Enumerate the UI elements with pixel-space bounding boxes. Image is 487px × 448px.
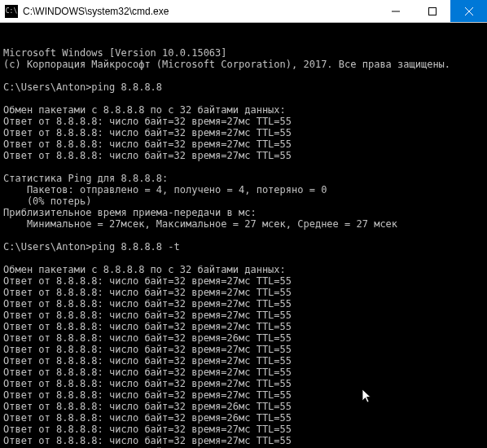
terminal-line: Ответ от 8.8.8.8: число байт=32 время=26… xyxy=(3,332,484,344)
window-title: C:\WINDOWS\system32\cmd.exe xyxy=(23,6,377,17)
terminal-line: Ответ от 8.8.8.8: число байт=32 время=27… xyxy=(3,344,484,355)
terminal-line: C:\Users\Anton>ping 8.8.8.8 xyxy=(3,81,484,93)
svg-rect-1 xyxy=(428,7,436,15)
terminal-line: Ответ от 8.8.8.8: число байт=32 время=27… xyxy=(3,150,484,161)
terminal-line: Минимальное = 27мсек, Максимальное = 27 … xyxy=(3,218,484,230)
terminal-line xyxy=(3,253,484,264)
terminal-line: C:\Users\Anton>ping 8.8.8.8 -t xyxy=(3,241,484,253)
terminal-line: Ответ от 8.8.8.8: число байт=32 время=27… xyxy=(3,138,484,150)
terminal-line: Пакетов: отправлено = 4, получено = 4, п… xyxy=(3,184,484,195)
terminal-line: Ответ от 8.8.8.8: число байт=32 время=27… xyxy=(3,310,484,321)
terminal-output[interactable]: Microsoft Windows [Version 10.0.15063](c… xyxy=(0,23,487,448)
terminal-line: Обмен пакетами с 8.8.8.8 по с 32 байтами… xyxy=(3,104,484,116)
cmd-icon: C:\ xyxy=(5,5,18,18)
maximize-icon xyxy=(428,7,437,15)
close-icon xyxy=(465,7,473,15)
cmd-window: C:\ C:\WINDOWS\system32\cmd.exe Microsof… xyxy=(0,0,487,448)
titlebar[interactable]: C:\ C:\WINDOWS\system32\cmd.exe xyxy=(0,0,487,23)
close-button[interactable] xyxy=(450,0,487,22)
minimize-icon xyxy=(392,7,400,15)
terminal-line: Ответ от 8.8.8.8: число байт=32 время=27… xyxy=(3,355,484,367)
terminal-line: Ответ от 8.8.8.8: число байт=32 время=27… xyxy=(3,116,484,127)
terminal-line: Ответ от 8.8.8.8: число байт=32 время=27… xyxy=(3,127,484,138)
terminal-line: Ответ от 8.8.8.8: число байт=32 время=27… xyxy=(3,275,484,287)
terminal-line: Ответ от 8.8.8.8: число байт=32 время=27… xyxy=(3,424,484,435)
terminal-line: Microsoft Windows [Version 10.0.15063] xyxy=(3,47,484,59)
terminal-line: Ответ от 8.8.8.8: число байт=32 время=27… xyxy=(3,287,484,298)
terminal-line: Приблизительное время приема-передачи в … xyxy=(3,207,484,218)
terminal-line: Ответ от 8.8.8.8: число байт=32 время=26… xyxy=(3,412,484,424)
terminal-line xyxy=(3,70,484,81)
terminal-line xyxy=(3,230,484,241)
maximize-button[interactable] xyxy=(414,0,450,22)
terminal-line xyxy=(3,93,484,104)
terminal-line: Ответ от 8.8.8.8: число байт=32 время=27… xyxy=(3,367,484,378)
terminal-line: Ответ от 8.8.8.8: число байт=32 время=27… xyxy=(3,378,484,389)
terminal-line: Ответ от 8.8.8.8: число байт=32 время=27… xyxy=(3,298,484,310)
terminal-line: Ответ от 8.8.8.8: число байт=32 время=27… xyxy=(3,321,484,332)
terminal-line: Статистика Ping для 8.8.8.8: xyxy=(3,173,484,184)
terminal-line: Обмен пакетами с 8.8.8.8 по с 32 байтами… xyxy=(3,264,484,275)
terminal-line: (0% потерь) xyxy=(3,195,484,207)
terminal-line: Ответ от 8.8.8.8: число байт=32 время=27… xyxy=(3,435,484,446)
window-controls xyxy=(377,0,487,22)
terminal-line: Ответ от 8.8.8.8: число байт=32 время=27… xyxy=(3,389,484,401)
minimize-button[interactable] xyxy=(377,0,414,22)
terminal-line: (c) Корпорация Майкрософт (Microsoft Cor… xyxy=(3,59,484,70)
terminal-line xyxy=(3,161,484,173)
terminal-line: Ответ от 8.8.8.8: число байт=32 время=26… xyxy=(3,401,484,412)
